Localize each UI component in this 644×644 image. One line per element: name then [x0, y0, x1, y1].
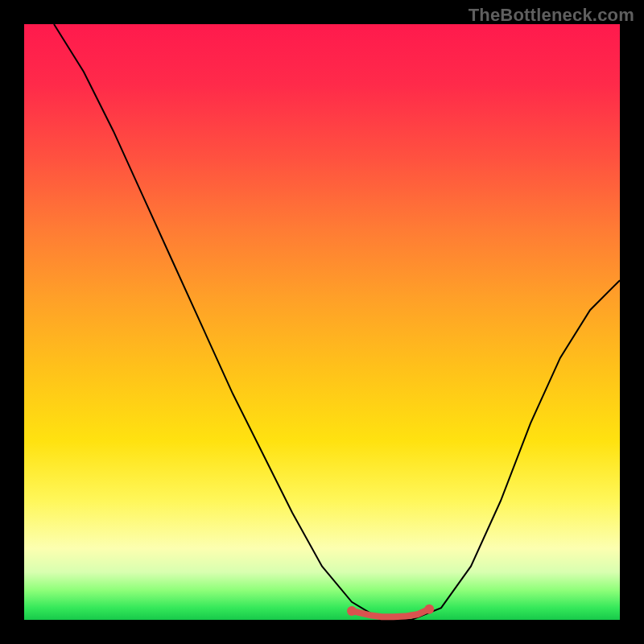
- optimal-zone-curve: [352, 609, 429, 617]
- optimal-end-dot: [424, 605, 434, 614]
- bottleneck-curve: [54, 24, 620, 620]
- chart-frame: TheBottleneck.com: [0, 0, 644, 644]
- watermark-text: TheBottleneck.com: [469, 5, 634, 26]
- curve-layer: [24, 24, 620, 620]
- plot-area: [24, 24, 620, 620]
- optimal-start-dot: [347, 606, 357, 616]
